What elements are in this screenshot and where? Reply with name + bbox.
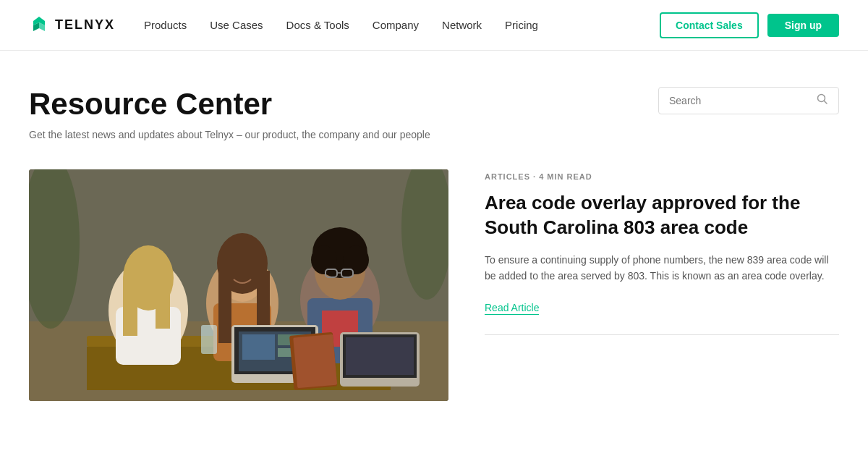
page-title-section: Resource Center Get the latest news and … xyxy=(29,87,430,140)
nav-network[interactable]: Network xyxy=(442,19,482,31)
svg-rect-15 xyxy=(123,278,137,336)
article-divider xyxy=(485,334,839,335)
svg-rect-36 xyxy=(242,334,275,360)
header: TELNYX Products Use Cases Docs & Tools C… xyxy=(0,0,868,51)
contact-sales-button[interactable]: Contact Sales xyxy=(660,12,759,38)
nav-products[interactable]: Products xyxy=(144,19,187,31)
page-subtitle: Get the latest news and updates about Te… xyxy=(29,129,430,140)
featured-article-section: ARTICLES · 4 MIN READ Area code overlay … xyxy=(29,169,839,401)
article-tag: ARTICLES · 4 MIN READ xyxy=(485,172,839,181)
search-input[interactable] xyxy=(669,95,817,106)
svg-rect-43 xyxy=(293,334,337,389)
svg-rect-21 xyxy=(218,271,231,343)
nav-company[interactable]: Company xyxy=(373,19,419,31)
header-actions: Contact Sales Sign up xyxy=(660,12,839,38)
telnyx-logo-icon xyxy=(29,15,49,35)
article-content: ARTICLES · 4 MIN READ Area code overlay … xyxy=(485,169,839,335)
nav-pricing[interactable]: Pricing xyxy=(505,19,538,31)
nav-use-cases[interactable]: Use Cases xyxy=(210,19,263,31)
page-title: Resource Center xyxy=(29,87,430,122)
svg-line-4 xyxy=(825,101,827,104)
article-scene-svg xyxy=(29,169,448,401)
main-content: Resource Center Get the latest news and … xyxy=(0,51,868,430)
page-header: Resource Center Get the latest news and … xyxy=(29,87,839,140)
article-description: To ensure a continuing supply of phone n… xyxy=(485,252,839,284)
search-icon xyxy=(817,93,828,108)
svg-rect-41 xyxy=(346,337,414,375)
svg-rect-16 xyxy=(156,278,170,329)
nav-docs-tools[interactable]: Docs & Tools xyxy=(286,19,349,31)
main-nav: Products Use Cases Docs & Tools Company … xyxy=(144,19,660,31)
search-box[interactable] xyxy=(658,87,839,114)
svg-rect-44 xyxy=(201,325,217,354)
logo-text: TELNYX xyxy=(55,17,115,33)
article-title: Area code overlay approved for the South… xyxy=(485,191,839,240)
signup-button[interactable]: Sign up xyxy=(767,14,839,37)
article-image xyxy=(29,169,448,401)
read-article-link[interactable]: Read Article xyxy=(485,302,539,315)
logo[interactable]: TELNYX xyxy=(29,15,115,35)
